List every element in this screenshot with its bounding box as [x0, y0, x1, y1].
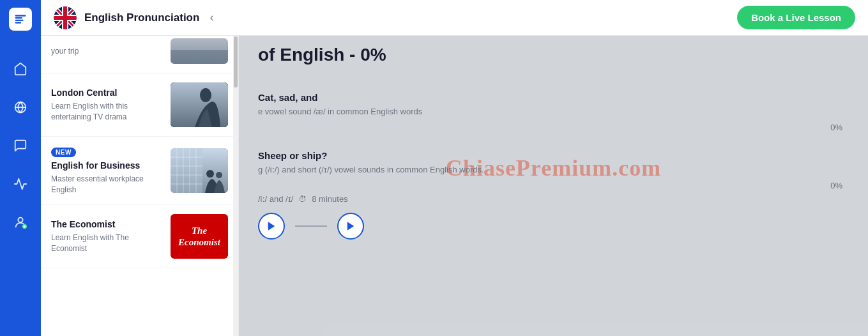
- audio-play-icon-2[interactable]: [337, 213, 364, 240]
- course-thumbnail: [171, 82, 228, 127]
- economist-logo-text: The Economist: [176, 222, 223, 250]
- lesson-title: Cat, sad, and: [258, 92, 842, 103]
- content-inner: of English - 0% Cat, sad, and e vowel so…: [258, 45, 842, 240]
- globe-icon[interactable]: [10, 97, 31, 118]
- course-list-panel: your trip London Central Learn English w…: [41, 36, 239, 336]
- svg-text:+: +: [24, 225, 26, 228]
- svg-point-19: [206, 170, 214, 178]
- course-title: The Economist: [51, 218, 162, 230]
- course-thumbnail-economist: The Economist: [171, 214, 228, 259]
- course-description: Learn English with The Economist: [51, 233, 162, 254]
- lesson-icons-row: [258, 213, 842, 240]
- book-lesson-button[interactable]: Book a Live Lesson: [737, 6, 855, 29]
- course-description: Learn English with this entertaining TV …: [51, 101, 162, 123]
- partial-course-description: your trip: [51, 47, 162, 56]
- main-content: English Pronunciation ‹ Book a Live Less…: [41, 0, 868, 336]
- svg-point-1: [18, 218, 22, 222]
- lesson-subtitle: e vowel sound /æ/ in common English word…: [258, 107, 842, 116]
- audio-play-icon-1[interactable]: [258, 213, 285, 240]
- content-area: ChiasePremium.com of English - 0% Cat, s…: [239, 0, 868, 336]
- page-title: English Pronunciation: [84, 11, 199, 24]
- progress-percent: 0%: [822, 123, 842, 132]
- tutor-icon[interactable]: +: [10, 212, 31, 233]
- lesson-meta: /iː/ and /ɪ/ ⏱ 8 minutes: [258, 194, 842, 204]
- content-heading: of English - 0%: [258, 45, 842, 65]
- lesson-phonetics: /iː/ and /ɪ/: [258, 194, 293, 204]
- list-item[interactable]: The Economist Learn English with The Eco…: [41, 205, 238, 268]
- home-icon[interactable]: [10, 59, 31, 79]
- progress-divider: [258, 75, 842, 77]
- scrollbar[interactable]: [233, 36, 238, 336]
- course-tag: NEW: [51, 148, 76, 157]
- course-thumbnail: [171, 148, 228, 193]
- header: English Pronunciation ‹ Book a Live Less…: [41, 0, 868, 36]
- language-flag: [54, 6, 77, 29]
- list-item[interactable]: NEW English for Business Master essentia…: [41, 137, 238, 205]
- chart-icon[interactable]: [10, 174, 31, 194]
- course-title: London Central: [51, 87, 162, 98]
- svg-marker-21: [268, 222, 275, 231]
- sidebar: +: [0, 0, 41, 336]
- progress-percent: 0%: [822, 181, 842, 190]
- svg-point-8: [200, 88, 211, 102]
- list-item[interactable]: your trip: [41, 36, 238, 73]
- lesson-section: Sheep or ship? g (/iː/) and short (/ɪ/) …: [258, 150, 842, 240]
- progress-row: 0%: [258, 123, 842, 132]
- back-button[interactable]: ‹: [209, 11, 213, 24]
- clock-icon: ⏱: [298, 194, 307, 204]
- progress-row: 0%: [258, 181, 842, 190]
- course-title: English for Business: [51, 160, 162, 171]
- course-description: Master essential workplace English: [51, 174, 162, 195]
- svg-rect-10: [171, 148, 202, 193]
- lesson-section: Cat, sad, and e vowel sound /æ/ in commo…: [258, 92, 842, 132]
- lesson-title: Sheep or ship?: [258, 150, 842, 161]
- course-thumbnail-partial: [171, 38, 228, 64]
- progress-bar-container: [258, 183, 816, 188]
- lesson-duration: 8 minutes: [312, 194, 347, 204]
- list-item[interactable]: London Central Learn English with this e…: [41, 73, 238, 137]
- app-logo[interactable]: [9, 8, 32, 31]
- chat-icon[interactable]: [10, 135, 31, 156]
- connector-line: [295, 225, 327, 227]
- svg-point-20: [216, 172, 222, 178]
- sidebar-nav: +: [10, 59, 31, 233]
- lesson-subtitle: g (/iː/) and short (/ɪ/) vowel sounds in…: [258, 165, 842, 174]
- course-items-list: your trip London Central Learn English w…: [41, 36, 238, 273]
- scrollbar-thumb[interactable]: [234, 36, 238, 88]
- svg-marker-22: [347, 222, 354, 231]
- progress-bar-container: [258, 125, 816, 130]
